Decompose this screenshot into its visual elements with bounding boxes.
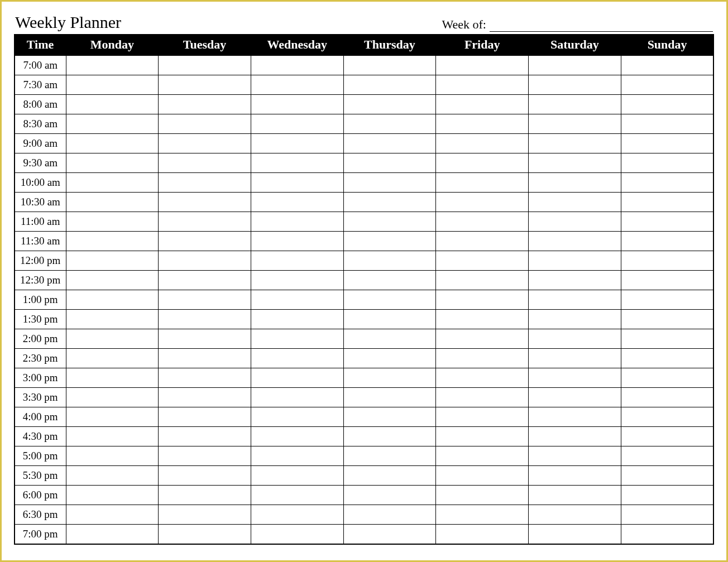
- planner-cell[interactable]: [66, 271, 159, 290]
- planner-cell[interactable]: [159, 427, 251, 446]
- planner-cell[interactable]: [621, 290, 713, 310]
- planner-cell[interactable]: [159, 75, 251, 95]
- planner-cell[interactable]: [436, 290, 529, 310]
- planner-cell[interactable]: [66, 368, 159, 388]
- planner-cell[interactable]: [66, 56, 159, 75]
- planner-cell[interactable]: [529, 329, 621, 349]
- planner-cell[interactable]: [66, 212, 159, 232]
- planner-cell[interactable]: [159, 114, 251, 134]
- planner-cell[interactable]: [621, 388, 713, 407]
- planner-cell[interactable]: [66, 173, 159, 193]
- week-of-input-line[interactable]: [490, 20, 713, 32]
- planner-cell[interactable]: [66, 134, 159, 153]
- planner-cell[interactable]: [621, 466, 713, 486]
- planner-cell[interactable]: [621, 173, 713, 193]
- planner-cell[interactable]: [529, 193, 621, 212]
- planner-cell[interactable]: [621, 446, 713, 466]
- planner-cell[interactable]: [529, 388, 621, 407]
- planner-cell[interactable]: [343, 75, 436, 95]
- planner-cell[interactable]: [343, 310, 436, 329]
- planner-cell[interactable]: [621, 153, 713, 173]
- planner-cell[interactable]: [66, 114, 159, 134]
- planner-cell[interactable]: [159, 290, 251, 310]
- planner-cell[interactable]: [66, 349, 159, 368]
- planner-cell[interactable]: [159, 505, 251, 525]
- planner-cell[interactable]: [251, 466, 343, 486]
- planner-cell[interactable]: [621, 95, 713, 114]
- planner-cell[interactable]: [436, 466, 529, 486]
- planner-cell[interactable]: [343, 486, 436, 505]
- planner-cell[interactable]: [66, 446, 159, 466]
- planner-cell[interactable]: [436, 525, 529, 544]
- planner-cell[interactable]: [343, 466, 436, 486]
- planner-cell[interactable]: [251, 114, 343, 134]
- planner-cell[interactable]: [436, 310, 529, 329]
- planner-cell[interactable]: [529, 525, 621, 544]
- planner-cell[interactable]: [621, 427, 713, 446]
- planner-cell[interactable]: [529, 95, 621, 114]
- planner-cell[interactable]: [529, 505, 621, 525]
- planner-cell[interactable]: [159, 388, 251, 407]
- planner-cell[interactable]: [159, 212, 251, 232]
- planner-cell[interactable]: [529, 114, 621, 134]
- planner-cell[interactable]: [436, 232, 529, 251]
- planner-cell[interactable]: [621, 251, 713, 271]
- planner-cell[interactable]: [251, 486, 343, 505]
- planner-cell[interactable]: [343, 251, 436, 271]
- planner-cell[interactable]: [621, 349, 713, 368]
- planner-cell[interactable]: [159, 95, 251, 114]
- planner-cell[interactable]: [436, 193, 529, 212]
- planner-cell[interactable]: [251, 290, 343, 310]
- planner-cell[interactable]: [343, 173, 436, 193]
- planner-cell[interactable]: [621, 329, 713, 349]
- planner-cell[interactable]: [66, 232, 159, 251]
- planner-cell[interactable]: [436, 75, 529, 95]
- planner-cell[interactable]: [251, 212, 343, 232]
- planner-cell[interactable]: [159, 349, 251, 368]
- planner-cell[interactable]: [251, 173, 343, 193]
- planner-cell[interactable]: [621, 75, 713, 95]
- planner-cell[interactable]: [66, 505, 159, 525]
- planner-cell[interactable]: [621, 505, 713, 525]
- planner-cell[interactable]: [251, 446, 343, 466]
- planner-cell[interactable]: [251, 134, 343, 153]
- planner-cell[interactable]: [621, 407, 713, 427]
- planner-cell[interactable]: [621, 56, 713, 75]
- planner-cell[interactable]: [621, 232, 713, 251]
- planner-cell[interactable]: [251, 75, 343, 95]
- planner-cell[interactable]: [251, 153, 343, 173]
- planner-cell[interactable]: [251, 427, 343, 446]
- planner-cell[interactable]: [436, 56, 529, 75]
- planner-cell[interactable]: [159, 232, 251, 251]
- planner-cell[interactable]: [251, 505, 343, 525]
- planner-cell[interactable]: [529, 446, 621, 466]
- planner-cell[interactable]: [159, 310, 251, 329]
- planner-cell[interactable]: [529, 368, 621, 388]
- planner-cell[interactable]: [343, 232, 436, 251]
- planner-cell[interactable]: [529, 75, 621, 95]
- planner-cell[interactable]: [529, 212, 621, 232]
- planner-cell[interactable]: [251, 310, 343, 329]
- planner-cell[interactable]: [529, 407, 621, 427]
- planner-cell[interactable]: [343, 153, 436, 173]
- planner-cell[interactable]: [621, 212, 713, 232]
- planner-cell[interactable]: [251, 95, 343, 114]
- planner-cell[interactable]: [66, 329, 159, 349]
- planner-cell[interactable]: [66, 75, 159, 95]
- planner-cell[interactable]: [159, 56, 251, 75]
- planner-cell[interactable]: [159, 193, 251, 212]
- planner-cell[interactable]: [66, 388, 159, 407]
- planner-cell[interactable]: [343, 114, 436, 134]
- planner-cell[interactable]: [529, 466, 621, 486]
- planner-cell[interactable]: [529, 349, 621, 368]
- planner-cell[interactable]: [159, 446, 251, 466]
- planner-cell[interactable]: [66, 95, 159, 114]
- planner-cell[interactable]: [529, 251, 621, 271]
- planner-cell[interactable]: [343, 446, 436, 466]
- planner-cell[interactable]: [529, 427, 621, 446]
- planner-cell[interactable]: [621, 310, 713, 329]
- planner-cell[interactable]: [251, 388, 343, 407]
- planner-cell[interactable]: [529, 271, 621, 290]
- planner-cell[interactable]: [66, 407, 159, 427]
- planner-cell[interactable]: [529, 153, 621, 173]
